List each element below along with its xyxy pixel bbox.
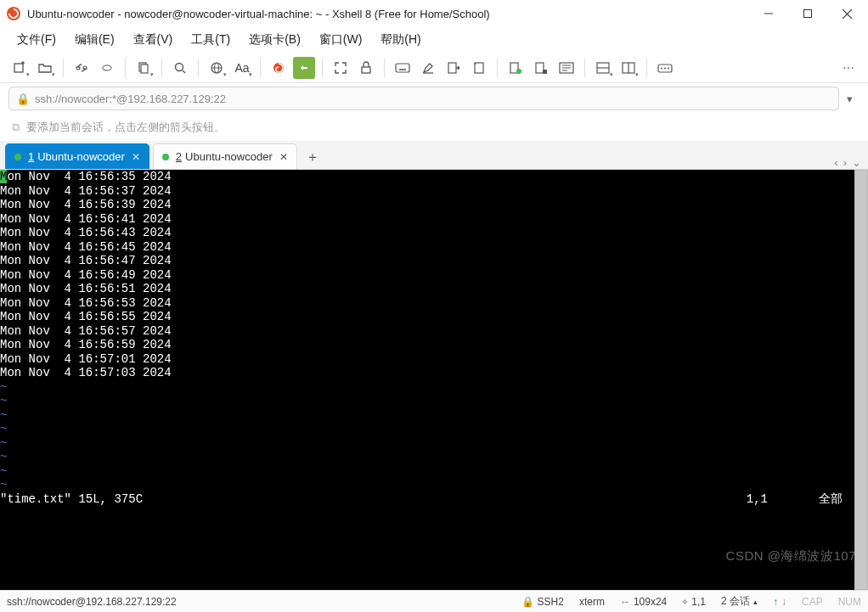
tab-prev-button[interactable]: ‹: [834, 156, 837, 169]
copy-button[interactable]: ▾: [132, 57, 155, 79]
tile-h-button[interactable]: ▾: [592, 57, 614, 79]
highlight-button[interactable]: [417, 57, 439, 79]
separator: [497, 59, 498, 77]
separator: [198, 59, 199, 77]
reconnect-button[interactable]: [70, 57, 93, 79]
fullscreen-button[interactable]: [330, 57, 352, 79]
separator: [322, 59, 323, 77]
svg-rect-18: [362, 67, 370, 73]
maximize-icon: [803, 9, 812, 18]
app-window: Ubuntu-nowcoder - nowcoder@nowcoder-virt…: [0, 0, 868, 612]
hint-add-icon[interactable]: ⧉: [12, 121, 20, 134]
log-view-button[interactable]: [555, 57, 578, 79]
xftp-button[interactable]: [293, 57, 315, 79]
script-button[interactable]: [468, 57, 490, 79]
separator: [384, 59, 385, 77]
menu-e[interactable]: 编辑(E): [66, 31, 123, 49]
keyboard-icon: [395, 62, 410, 74]
search-icon: [173, 61, 187, 75]
export-icon: [447, 61, 460, 75]
toolbar: ▾ ▾ ▾ ▾ Aa▾ ▾ ▾ ⋯: [0, 53, 868, 83]
svg-point-42: [664, 67, 666, 69]
minimize-button[interactable]: [749, 0, 788, 27]
status-term: xterm: [579, 596, 605, 608]
xftp-icon: [298, 62, 310, 74]
tab-number: 1: [28, 150, 34, 163]
folder-icon: [38, 61, 52, 75]
tile-v-button[interactable]: ▾: [617, 57, 640, 79]
new-session-button[interactable]: ▾: [8, 57, 31, 79]
separator: [646, 59, 647, 77]
tab-next-button[interactable]: ›: [843, 156, 847, 169]
menu-t[interactable]: 工具(T): [183, 31, 239, 49]
cursor-icon: ⌖: [682, 596, 688, 608]
svg-rect-26: [448, 63, 456, 73]
log-stop-button[interactable]: [530, 57, 552, 79]
script-icon: [472, 61, 486, 75]
terminal-scrollbar[interactable]: [854, 170, 868, 590]
log-view-icon: [559, 62, 574, 74]
status-cursor: ⌖1,1: [682, 596, 706, 608]
menu-f[interactable]: 文件(F): [8, 31, 65, 49]
log-stop-icon: [534, 61, 548, 75]
export-button[interactable]: [442, 57, 465, 79]
status-connection: ssh://nowcoder@192.168.227.129:22: [7, 596, 177, 608]
hint-bar: ⧉ 要添加当前会话，点击左侧的箭头按钮。: [0, 114, 868, 141]
status-num: NUM: [838, 596, 861, 608]
up-arrow-icon: ↑: [773, 596, 778, 608]
session-tab[interactable]: 1Ubuntu-nowcoder✕: [5, 143, 149, 169]
status-size: ↔109x24: [620, 596, 667, 608]
globe-icon: [210, 61, 223, 75]
new-tab-button[interactable]: ＋: [301, 145, 324, 169]
maximize-button[interactable]: [788, 0, 827, 27]
status-dot-icon: [162, 154, 169, 160]
tab-strip: 1Ubuntu-nowcoder✕2Ubuntu-nowcoder✕＋‹›⌄: [0, 141, 868, 170]
menu-v[interactable]: 查看(V): [125, 31, 182, 49]
svg-rect-27: [475, 63, 483, 73]
fullscreen-icon: [334, 61, 347, 75]
keymap-button[interactable]: [392, 57, 414, 79]
size-icon: ↔: [620, 596, 630, 608]
log-start-icon: [509, 61, 522, 75]
search-button[interactable]: [169, 57, 191, 79]
new-icon: [13, 61, 26, 75]
address-input[interactable]: 🔒 ssh://nowcoder:*@192.168.227.129:22: [8, 87, 839, 110]
unlink-icon: [100, 61, 114, 75]
address-text: ssh://nowcoder:*@192.168.227.129:22: [35, 93, 226, 105]
window-title: Ubuntu-nowcoder - nowcoder@nowcoder-virt…: [27, 8, 749, 20]
tab-close-button[interactable]: ✕: [279, 151, 288, 163]
tab-nav: ‹›⌄: [834, 156, 868, 169]
font-button[interactable]: Aa▾: [231, 57, 253, 79]
scrollbar-thumb[interactable]: [854, 170, 868, 590]
close-button[interactable]: [827, 0, 866, 27]
titlebar: Ubuntu-nowcoder - nowcoder@nowcoder-virt…: [0, 0, 868, 27]
encoding-button[interactable]: ▾: [206, 57, 228, 79]
tab-list-button[interactable]: ⌄: [852, 156, 861, 169]
svg-rect-30: [536, 63, 544, 73]
open-button[interactable]: ▾: [34, 57, 56, 79]
status-cap: CAP: [802, 596, 823, 608]
compose-button[interactable]: [654, 57, 676, 79]
svg-point-12: [176, 63, 183, 70]
tab-close-button[interactable]: ✕: [132, 151, 140, 163]
toolbar-overflow-button[interactable]: ⋯: [837, 57, 860, 79]
menu-w[interactable]: 窗口(W): [311, 31, 371, 49]
status-network: ↑↓: [773, 596, 786, 608]
minimize-icon: [764, 9, 773, 18]
lock-button[interactable]: [355, 57, 377, 79]
hint-text: 要添加当前会话，点击左侧的箭头按钮。: [26, 120, 225, 135]
terminal[interactable]: Mon Nov 4 16:56:35 2024Mon Nov 4 16:56:3…: [0, 170, 854, 590]
status-sessions[interactable]: 2 会话 ▴: [721, 594, 758, 609]
separator: [584, 59, 585, 77]
svg-point-9: [103, 65, 111, 70]
session-tab[interactable]: 2Ubuntu-nowcoder✕: [153, 143, 297, 169]
disconnect-button[interactable]: [96, 57, 118, 79]
close-icon: [843, 9, 852, 19]
menu-b[interactable]: 选项卡(B): [240, 31, 309, 49]
svg-rect-4: [14, 64, 23, 72]
address-dropdown[interactable]: ▾: [839, 93, 860, 105]
separator: [161, 59, 162, 77]
log-start-button[interactable]: [504, 57, 527, 79]
xshell-button[interactable]: [268, 57, 290, 79]
menu-h[interactable]: 帮助(H): [372, 31, 429, 49]
